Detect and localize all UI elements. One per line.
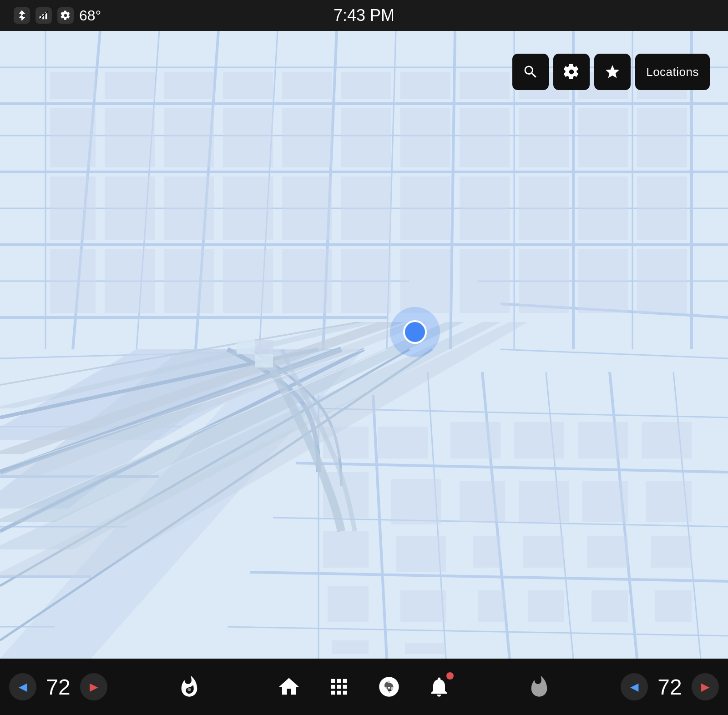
clock-display: 7:43 PM (334, 6, 394, 25)
map-settings-button[interactable] (553, 54, 590, 90)
svg-rect-83 (460, 176, 510, 240)
left-temperature-value: 72 (40, 675, 76, 700)
svg-rect-113 (523, 536, 564, 568)
right-temp-increase-button[interactable]: ▶ (692, 673, 719, 700)
bluetooth-icon (14, 7, 30, 24)
left-temp-increase-button[interactable]: ▶ (80, 673, 107, 700)
svg-rect-72 (460, 108, 510, 167)
svg-rect-134 (255, 340, 273, 354)
svg-rect-121 (655, 590, 692, 622)
fan-button[interactable] (371, 669, 407, 705)
svg-rect-101 (514, 422, 564, 458)
svg-rect-96 (578, 249, 628, 313)
svg-rect-92 (341, 249, 391, 313)
bottom-bar: ◀ 72 ▶ (0, 659, 728, 715)
signal-icon (35, 7, 52, 24)
gear-icon[interactable] (57, 7, 74, 24)
right-temp-control: ◀ 72 ▶ (621, 673, 719, 700)
svg-rect-55 (105, 72, 155, 99)
apps-button[interactable] (321, 669, 357, 705)
svg-rect-56 (164, 72, 214, 99)
status-left: 68° (14, 7, 101, 24)
svg-rect-114 (587, 536, 628, 568)
svg-rect-103 (642, 422, 692, 458)
svg-rect-75 (637, 108, 687, 167)
svg-rect-90 (223, 249, 273, 313)
svg-rect-80 (282, 176, 332, 240)
svg-rect-112 (473, 536, 500, 568)
left-temp-decrease-button[interactable]: ◀ (9, 673, 36, 700)
svg-rect-111 (396, 536, 446, 572)
svg-rect-68 (223, 108, 273, 167)
svg-rect-77 (105, 176, 155, 240)
svg-rect-65 (50, 108, 96, 167)
svg-rect-79 (223, 176, 273, 240)
svg-rect-100 (450, 422, 500, 458)
temperature-display: 68° (79, 7, 101, 24)
locations-button[interactable]: Locations (635, 54, 710, 90)
svg-rect-133 (237, 340, 255, 354)
svg-rect-109 (646, 481, 692, 522)
svg-rect-110 (323, 531, 369, 568)
svg-rect-60 (400, 72, 450, 99)
svg-rect-69 (282, 108, 332, 167)
home-button[interactable] (271, 669, 307, 705)
svg-rect-57 (223, 72, 273, 99)
svg-rect-135 (255, 354, 273, 368)
svg-rect-82 (400, 176, 450, 240)
svg-rect-108 (582, 481, 628, 522)
svg-rect-85 (578, 176, 628, 240)
svg-rect-74 (578, 108, 628, 167)
svg-rect-116 (328, 586, 369, 622)
svg-rect-93 (400, 249, 450, 313)
map-area[interactable]: Locations (0, 31, 728, 659)
right-heat-icon[interactable] (521, 669, 557, 705)
svg-rect-76 (50, 176, 96, 240)
svg-rect-107 (519, 481, 569, 522)
svg-rect-88 (105, 249, 155, 313)
bottom-center-nav (271, 669, 457, 705)
favorites-button[interactable] (594, 54, 631, 90)
svg-rect-95 (519, 249, 569, 313)
svg-rect-118 (478, 590, 505, 622)
svg-rect-94 (460, 249, 510, 313)
svg-rect-122 (332, 640, 369, 654)
right-temp-decrease-button[interactable]: ◀ (621, 673, 648, 700)
notification-button[interactable] (421, 669, 457, 705)
svg-rect-105 (391, 479, 441, 524)
status-bar: 68° 7:43 PM (0, 0, 728, 31)
left-heat-icon[interactable] (171, 669, 207, 705)
svg-rect-123 (405, 643, 446, 654)
svg-rect-117 (400, 590, 446, 622)
svg-rect-70 (341, 108, 391, 167)
map-background (0, 31, 728, 659)
svg-rect-120 (592, 590, 628, 622)
right-temperature-value: 72 (652, 675, 688, 700)
svg-rect-78 (164, 176, 214, 240)
svg-rect-91 (282, 249, 332, 313)
current-location-indicator (390, 307, 440, 357)
search-button[interactable] (512, 54, 549, 90)
svg-rect-86 (637, 176, 687, 240)
svg-rect-61 (460, 72, 510, 99)
svg-rect-84 (519, 176, 569, 240)
svg-rect-58 (282, 72, 332, 99)
svg-rect-106 (460, 481, 505, 522)
svg-rect-66 (105, 108, 155, 167)
svg-rect-89 (164, 249, 214, 313)
location-dot (403, 320, 427, 344)
svg-rect-71 (400, 108, 450, 167)
svg-rect-67 (164, 108, 214, 167)
map-controls: Locations (512, 54, 710, 90)
svg-rect-119 (528, 590, 564, 622)
svg-rect-54 (50, 72, 96, 99)
notification-badge (446, 672, 454, 680)
svg-rect-97 (637, 249, 687, 313)
svg-rect-102 (578, 422, 628, 458)
svg-rect-87 (50, 249, 96, 313)
svg-rect-81 (341, 176, 391, 240)
svg-rect-99 (378, 427, 428, 458)
left-temp-control: ◀ 72 ▶ (9, 673, 107, 700)
svg-rect-73 (519, 108, 569, 167)
svg-rect-59 (341, 72, 391, 99)
